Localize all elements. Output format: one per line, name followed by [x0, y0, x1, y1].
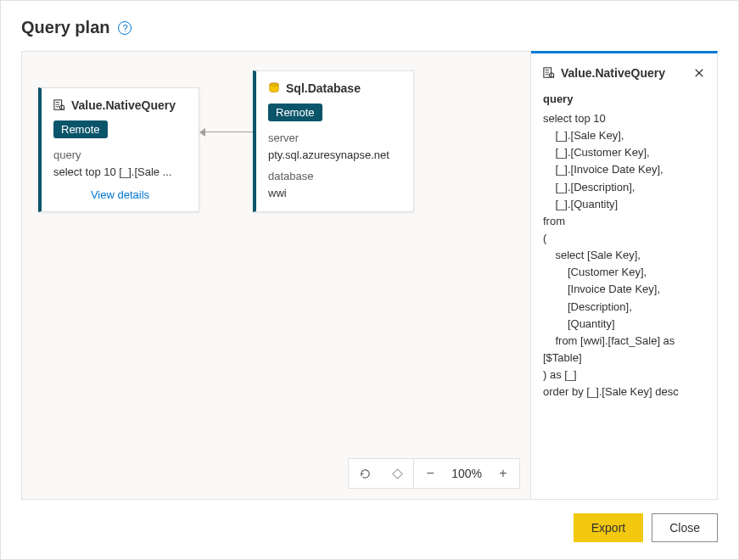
node-value-nativequery[interactable]: Value.NativeQuery Remote query select to…	[38, 87, 199, 212]
help-icon[interactable]: ?	[118, 21, 132, 35]
query-icon	[53, 99, 65, 111]
node-field-query: query select top 10 [_].[Sale ...	[53, 147, 187, 180]
node-title-text: Value.NativeQuery	[71, 98, 176, 112]
database-label: database	[268, 168, 401, 185]
detail-section-label: query	[543, 92, 707, 105]
plan-canvas[interactable]: Value.NativeQuery Remote query select to…	[21, 51, 531, 500]
dialog-title: Query plan	[21, 18, 109, 37]
svg-line-13	[553, 76, 554, 77]
zoom-percent: 100%	[446, 467, 487, 480]
node-title: Sql.Database	[268, 81, 401, 95]
node-connector	[200, 132, 253, 132]
dialog-header: Query plan ?	[21, 18, 718, 37]
detail-header: Value.NativeQuery	[543, 65, 707, 81]
dialog-footer: Export Close	[21, 513, 718, 542]
reset-view-button[interactable]	[349, 459, 381, 488]
node-title-text: Sql.Database	[286, 81, 361, 95]
node-sql-database[interactable]: Sql.Database Remote server pty.sql.azure…	[253, 70, 414, 212]
detail-title: Value.NativeQuery	[543, 66, 665, 80]
detail-query-text: select top 10 [_].[Sale Key], [_].[Custo…	[543, 110, 707, 400]
close-button[interactable]: Close	[652, 513, 718, 542]
svg-line-5	[64, 109, 64, 109]
node-field-database: database wwi	[268, 168, 401, 201]
query-plan-dialog: Query plan ? Value.NativeQuery Remote qu…	[0, 0, 739, 560]
query-value: select top 10 [_].[Sale ...	[53, 164, 187, 181]
zoom-in-button[interactable]: +	[487, 459, 519, 488]
main-area: Value.NativeQuery Remote query select to…	[21, 51, 718, 500]
server-label: server	[268, 130, 401, 147]
export-button[interactable]: Export	[574, 513, 643, 542]
node-field-server: server pty.sql.azuresynapse.net	[268, 130, 401, 163]
view-details-link[interactable]: View details	[53, 188, 187, 201]
query-label: query	[53, 147, 187, 164]
remote-badge: Remote	[268, 104, 322, 121]
database-icon	[268, 82, 280, 94]
node-title: Value.NativeQuery	[53, 98, 187, 112]
database-value: wwi	[268, 185, 401, 202]
fit-view-button[interactable]	[381, 459, 413, 488]
zoom-out-button[interactable]: −	[414, 459, 446, 488]
zoom-controls: − 100% +	[348, 458, 520, 489]
detail-title-text: Value.NativeQuery	[561, 66, 665, 80]
query-icon	[543, 67, 555, 79]
remote-badge: Remote	[53, 120, 108, 138]
detail-panel: Value.NativeQuery query select top 10 [_…	[531, 51, 718, 500]
server-value: pty.sql.azuresynapse.net	[268, 147, 401, 164]
close-detail-button[interactable]	[691, 65, 707, 81]
